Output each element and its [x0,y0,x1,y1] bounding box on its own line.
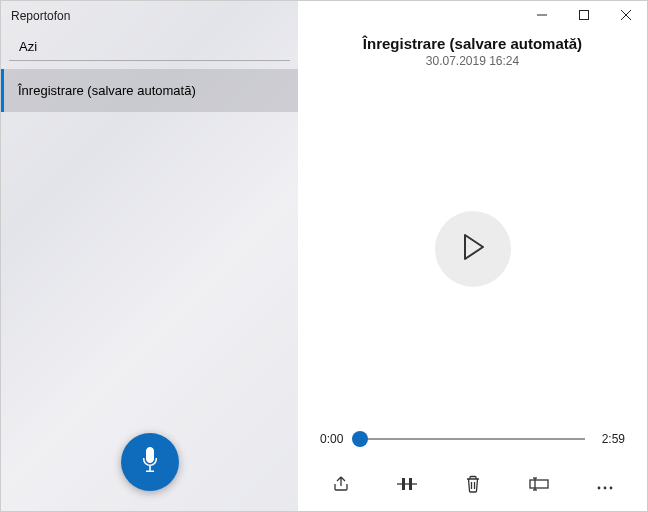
play-area [298,68,647,429]
svg-rect-11 [530,480,548,488]
trim-icon [397,475,417,497]
bottom-toolbar [298,461,647,511]
app-window: Reportofon Azi Înregistrare (salvare aut… [0,0,648,512]
share-icon [332,475,350,497]
svg-point-16 [603,487,606,490]
timeline: 0:00 2:59 [298,429,647,461]
more-button[interactable] [593,474,617,498]
svg-point-15 [597,487,600,490]
date-group-label: Azi [9,29,290,61]
svg-point-17 [609,487,612,490]
share-button[interactable] [329,474,353,498]
seek-slider[interactable] [360,429,585,449]
seek-thumb[interactable] [352,431,368,447]
rename-icon [529,477,549,495]
delete-icon [465,475,481,497]
more-icon [596,477,614,495]
svg-rect-1 [146,471,154,473]
close-button[interactable] [605,1,647,31]
recording-datetime: 30.07.2019 16:24 [298,54,647,68]
recording-item-label: Înregistrare (salvare automată) [18,83,196,98]
maximize-icon [579,9,589,23]
delete-button[interactable] [461,474,485,498]
time-current: 0:00 [320,432,350,446]
svg-rect-3 [580,11,589,20]
seek-track-line [360,438,585,440]
main-panel: Înregistrare (salvare automată) 30.07.20… [298,1,647,511]
sidebar: Reportofon Azi Înregistrare (salvare aut… [1,1,298,511]
recording-title: Înregistrare (salvare automată) [298,35,647,52]
play-icon [461,233,485,265]
app-title: Reportofon [1,1,298,29]
maximize-button[interactable] [563,1,605,31]
close-icon [621,9,631,23]
recording-list-item[interactable]: Înregistrare (salvare automată) [1,69,298,112]
play-button[interactable] [435,211,511,287]
svg-rect-7 [402,478,405,490]
minimize-button[interactable] [521,1,563,31]
microphone-icon [139,446,161,478]
trim-button[interactable] [395,474,419,498]
window-controls [298,1,647,31]
minimize-icon [537,9,547,23]
rename-button[interactable] [527,474,551,498]
recording-header: Înregistrare (salvare automată) 30.07.20… [298,35,647,68]
record-button[interactable] [121,433,179,491]
svg-rect-8 [409,478,412,490]
svg-rect-0 [149,466,151,471]
time-total: 2:59 [595,432,625,446]
